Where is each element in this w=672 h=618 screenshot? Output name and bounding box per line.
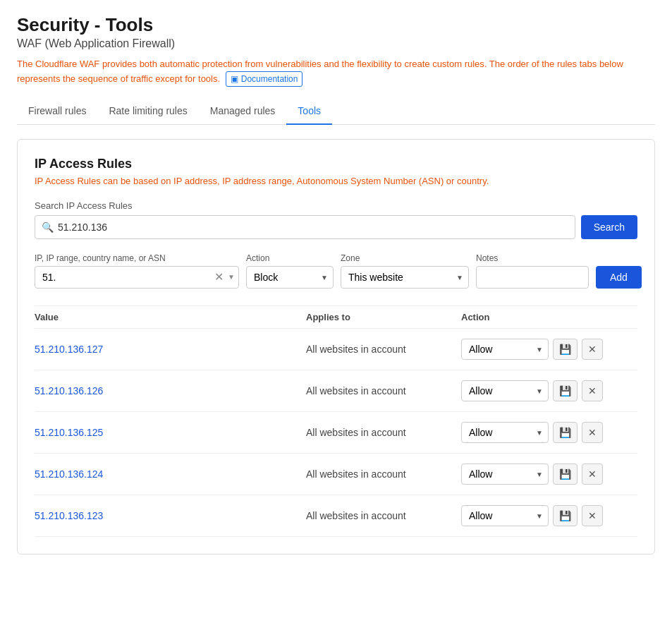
col-action: Action [461,312,637,322]
row-save-button[interactable]: 💾 [553,339,578,360]
card-title: IP Access Rules [35,157,637,171]
row-save-button[interactable]: 💾 [553,505,578,526]
row-applies-to: All websites in account [306,468,461,480]
row-save-button[interactable]: 💾 [553,464,578,485]
row-action-select-wrapper: AllowBlockChallengeJS Challenge ▼ [461,339,549,360]
action-select[interactable]: Block Allow Challenge JS Challenge [246,266,334,289]
row-action-select-wrapper: AllowBlockChallengeJS Challenge ▼ [461,505,549,526]
ip-access-rules-card: IP Access Rules IP Access Rules can be b… [17,139,655,555]
row-applies-to: All websites in account [306,427,461,438]
tab-tools[interactable]: Tools [286,98,332,125]
row-delete-button[interactable]: ✕ [582,505,603,526]
row-action-cell: AllowBlockChallengeJS Challenge ▼ 💾 ✕ [461,339,637,360]
row-applies-to: All websites in account [306,344,461,355]
row-action-cell: AllowBlockChallengeJS Challenge ▼ 💾 ✕ [461,505,637,526]
table-header: Value Applies to Action [35,305,637,329]
add-button[interactable]: Add [596,266,642,289]
row-applies-to: All websites in account [306,510,461,521]
page-description: The Cloudflare WAF provides both automat… [17,57,655,87]
action-select-wrapper: Block Allow Challenge JS Challenge ▼ [246,266,334,289]
row-action-select[interactable]: AllowBlockChallengeJS Challenge [461,422,549,443]
action-field-label: Action [246,253,334,263]
row-value: 51.210.136.124 [35,468,306,480]
row-action-select[interactable]: AllowBlockChallengeJS Challenge [461,505,549,526]
row-delete-button[interactable]: ✕ [582,380,603,401]
row-action-select-wrapper: AllowBlockChallengeJS Challenge ▼ [461,422,549,443]
card-description: IP Access Rules can be based on IP addre… [35,176,637,186]
row-action-select[interactable]: AllowBlockChallengeJS Challenge [461,339,549,360]
tab-firewall-rules[interactable]: Firewall rules [17,98,97,125]
search-label: Search IP Access Rules [35,200,637,211]
col-applies-to: Applies to [306,312,461,322]
ip-field-label: IP, IP range, country name, or ASN [35,253,239,263]
row-action-cell: AllowBlockChallengeJS Challenge ▼ 💾 ✕ [461,464,637,485]
col-value: Value [35,312,306,322]
add-rule-form: IP, IP range, country name, or ASN ✕ ▼ A… [35,253,637,289]
row-action-select-wrapper: AllowBlockChallengeJS Challenge ▼ [461,380,549,401]
action-field-group: Action Block Allow Challenge JS Challeng… [246,253,334,289]
row-delete-button[interactable]: ✕ [582,422,603,443]
search-input-wrapper: 🔍 [35,215,575,239]
notes-input[interactable] [476,266,589,289]
row-value: 51.210.136.126 [35,385,306,396]
notes-field-label: Notes [476,253,589,263]
ip-input[interactable] [35,266,239,289]
row-action-select[interactable]: AllowBlockChallengeJS Challenge [461,464,549,485]
ip-dropdown-icon[interactable]: ▼ [228,273,235,281]
book-icon: ▣ [231,73,238,85]
row-value: 51.210.136.123 [35,510,306,521]
ip-field-group: IP, IP range, country name, or ASN ✕ ▼ [35,253,239,289]
search-icon: 🔍 [42,222,54,233]
row-applies-to: All websites in account [306,385,461,396]
row-save-button[interactable]: 💾 [553,380,578,401]
table-row: 51.210.136.127 All websites in account A… [35,329,637,370]
documentation-link[interactable]: ▣ Documentation [226,71,303,87]
table-row: 51.210.136.123 All websites in account A… [35,495,637,537]
table-body: 51.210.136.127 All websites in account A… [35,329,637,537]
search-input[interactable] [35,215,575,239]
row-value: 51.210.136.127 [35,344,306,355]
page-title: Security - Tools [17,14,655,36]
row-delete-button[interactable]: ✕ [582,464,603,485]
row-action-select-wrapper: AllowBlockChallengeJS Challenge ▼ [461,464,549,485]
row-action-cell: AllowBlockChallengeJS Challenge ▼ 💾 ✕ [461,422,637,443]
row-action-select[interactable]: AllowBlockChallengeJS Challenge [461,380,549,401]
row-delete-button[interactable]: ✕ [582,339,603,360]
zone-field-label: Zone [341,253,469,263]
row-value: 51.210.136.125 [35,427,306,438]
zone-field-group: Zone This website All websites in accoun… [341,253,469,289]
table-row: 51.210.136.126 All websites in account A… [35,370,637,412]
row-save-button[interactable]: 💾 [553,422,578,443]
tab-rate-limiting-rules[interactable]: Rate limiting rules [97,98,198,125]
tab-managed-rules[interactable]: Managed rules [199,98,287,125]
tabs-nav: Firewall rules Rate limiting rules Manag… [17,98,655,125]
table-row: 51.210.136.124 All websites in account A… [35,454,637,495]
page-subtitle: WAF (Web Application Firewall) [17,37,655,50]
row-action-cell: AllowBlockChallengeJS Challenge ▼ 💾 ✕ [461,380,637,401]
zone-select[interactable]: This website All websites in account [341,266,469,289]
search-button[interactable]: Search [581,215,637,239]
ip-input-wrapper: ✕ ▼ [35,266,239,289]
table-row: 51.210.136.125 All websites in account A… [35,412,637,454]
notes-field-group: Notes [476,253,589,289]
zone-select-wrapper: This website All websites in account ▼ [341,266,469,289]
search-row: 🔍 Search [35,215,637,239]
ip-clear-icon[interactable]: ✕ [214,272,224,283]
